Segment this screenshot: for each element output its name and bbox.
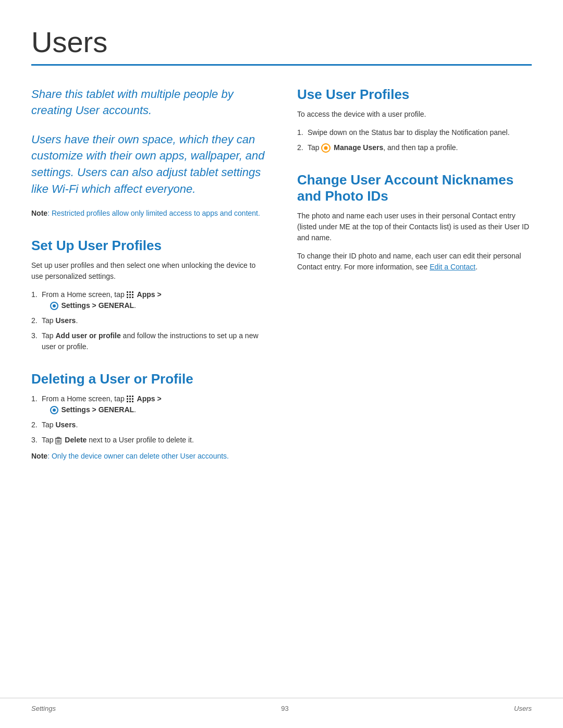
intro-text-2: Users have their own space, which they c… — [31, 131, 266, 198]
set-up-section: Set Up User Profiles Set up user profile… — [31, 238, 266, 352]
delete-step-1-num: 1. — [31, 393, 38, 404]
apps-icon-2 — [127, 396, 134, 403]
use-profiles-steps: 1. Swipe down on the Status bar to displ… — [297, 127, 532, 153]
delete-step-2: 2. Tap Users. — [31, 419, 266, 430]
main-content: Share this tablet with multiple people b… — [31, 87, 532, 480]
settings-general-bold-2: Settings > GENERAL — [61, 405, 134, 414]
step-1-num: 1. — [31, 289, 38, 300]
para2-after: . — [475, 263, 478, 271]
title-divider — [31, 64, 532, 66]
apps-icon — [127, 291, 134, 299]
para2-before: To change their ID photo and name, each … — [297, 252, 521, 271]
step-3-num: 3. — [31, 330, 38, 341]
note-bold-label: Note — [31, 209, 47, 217]
note-content: : Restricted profiles allow only limited… — [47, 209, 260, 217]
note-bold-2: Note — [31, 452, 47, 460]
manage-users-icon — [321, 143, 331, 153]
delete-bold: Delete — [65, 436, 87, 444]
use-profiles-section: Use User Profiles To access the device w… — [297, 87, 532, 153]
set-up-desc: Set up user profiles and then select one… — [31, 260, 266, 282]
deleting-title: Deleting a User or Profile — [31, 371, 266, 387]
note-owner: Note: Only the device owner can delete o… — [31, 451, 266, 462]
add-user-bold: Add user or profile — [55, 331, 120, 340]
svg-rect-2 — [57, 437, 59, 438]
right-column: Use User Profiles To access the device w… — [297, 87, 532, 480]
set-up-step-3: 3. Tap Add user or profile and follow th… — [31, 330, 266, 352]
settings-icon-2 — [50, 406, 58, 414]
manage-users-bold: Manage Users — [334, 143, 383, 152]
step-2-num: 2. — [31, 315, 38, 326]
deleting-steps: 1. From a Home screen, tap Apps > Settin… — [31, 393, 266, 446]
change-account-title: Change User Account Nicknames and Photo … — [297, 172, 532, 204]
page-container: Users Share this tablet with multiple pe… — [0, 0, 563, 522]
users-bold-1: Users — [55, 316, 76, 325]
apps-bold-2: Apps > — [137, 394, 162, 403]
delete-step-2-num: 2. — [31, 419, 38, 430]
settings-general-bold: Settings > GENERAL — [61, 301, 134, 310]
deleting-section: Deleting a User or Profile 1. From a Hom… — [31, 371, 266, 462]
note-content-2: : Only the device owner can delete other… — [47, 452, 229, 460]
delete-step-3-num: 3. — [31, 435, 38, 446]
trash-icon — [55, 437, 62, 445]
page-title: Users — [31, 25, 532, 59]
edit-contact-link[interactable]: Edit a Contact — [430, 263, 475, 271]
set-up-steps: 1. From a Home screen, tap Apps > Settin… — [31, 289, 266, 352]
use-step-2-num: 2. — [297, 142, 303, 153]
page-footer: Settings 93 Users — [0, 698, 563, 712]
apps-bold: Apps > — [137, 290, 162, 299]
use-step-1: 1. Swipe down on the Status bar to displ… — [297, 127, 532, 138]
set-up-step-1: 1. From a Home screen, tap Apps > Settin… — [31, 289, 266, 311]
use-step-2: 2. Tap Manage Users, and then tap a prof… — [297, 142, 532, 153]
note-restricted-profiles: Note: Restricted profiles allow only lim… — [31, 208, 266, 219]
footer-left: Settings — [31, 705, 56, 712]
use-step-1-num: 1. — [297, 127, 303, 138]
set-up-step-2: 2. Tap Users. — [31, 315, 266, 326]
set-up-title: Set Up User Profiles — [31, 238, 266, 254]
footer-page-number: 93 — [281, 705, 288, 712]
users-bold-2: Users — [55, 421, 76, 429]
use-profiles-title: Use User Profiles — [297, 87, 532, 103]
use-profiles-desc: To access the device with a user profile… — [297, 109, 532, 120]
change-account-para1: The photo and name each user uses in the… — [297, 211, 532, 243]
delete-step-3: 3. Tap Delete next to a User profile to … — [31, 435, 266, 446]
change-account-section: Change User Account Nicknames and Photo … — [297, 172, 532, 273]
settings-icon-1 — [50, 302, 58, 310]
intro-text-1: Share this tablet with multiple people b… — [31, 87, 266, 119]
left-column: Share this tablet with multiple people b… — [31, 87, 266, 480]
footer-right: Users — [514, 705, 532, 712]
change-account-para2: To change their ID photo and name, each … — [297, 251, 532, 273]
delete-step-1: 1. From a Home screen, tap Apps > Settin… — [31, 393, 266, 415]
